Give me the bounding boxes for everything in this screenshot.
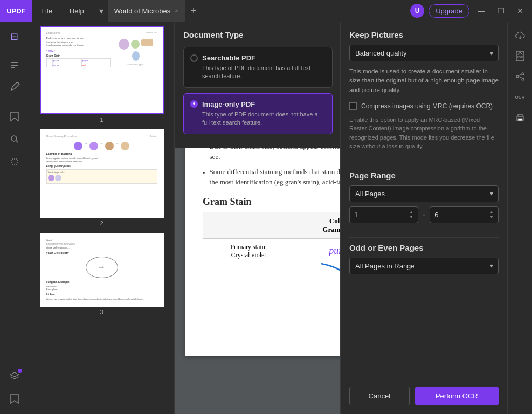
range-start-input[interactable]: 1 ▲ ▼ xyxy=(349,206,418,223)
searchable-pdf-radio[interactable] xyxy=(190,54,198,62)
pdf-export-icon[interactable]: PDF xyxy=(510,46,530,66)
thumbnail-content-2: Gram Staining ProcedureBottom → → → Ex xyxy=(41,130,163,217)
app-logo: UPDF xyxy=(0,0,32,22)
cancel-button[interactable]: Cancel xyxy=(349,387,410,405)
document-area: Chapter End Endosccccccc that accccccc h… xyxy=(175,22,507,414)
thumbnail-frame-3[interactable]: Yeast Saccharomyces cerevisiae single ce… xyxy=(40,233,164,307)
minimize-button[interactable]: — xyxy=(474,3,489,18)
crop-icon[interactable] xyxy=(4,151,25,172)
svg-rect-2 xyxy=(11,67,15,68)
perform-ocr-button[interactable]: Perform OCR xyxy=(415,387,499,405)
range-start-spinners: ▲ ▼ xyxy=(409,210,413,219)
range-end-field[interactable]: 6 xyxy=(434,211,456,219)
searchable-pdf-name: Searchable PDF xyxy=(202,54,255,62)
layers-icon[interactable] xyxy=(4,365,25,387)
maximize-button[interactable]: ❐ xyxy=(493,3,508,18)
right-toolbar: PDF OCR xyxy=(507,22,532,414)
divider1 xyxy=(6,51,23,51)
range-end-input[interactable]: 6 ▲ ▼ xyxy=(430,206,499,223)
page-range-select-wrap: All Pages Current Page Custom Range ▾ xyxy=(349,185,499,202)
thumbnail-item-2: Gram Staining ProcedureBottom → → → Ex xyxy=(33,129,170,226)
close-button[interactable]: ✕ xyxy=(513,3,528,18)
doc-type-title: Document Type xyxy=(183,30,333,39)
tab-title: World of Microbes xyxy=(114,7,171,15)
thumbnail-frame-1[interactable]: EndosporesBottom text Endospores are dor… xyxy=(40,26,164,114)
mrc-checkbox-label: Compress images using MRC (requires OCR) xyxy=(361,101,493,111)
image-only-pdf-desc: This type of PDF document does not have … xyxy=(202,111,326,127)
range-end-down[interactable]: ▼ xyxy=(489,215,494,219)
thumbnail-panel-icon[interactable]: ⊟ xyxy=(4,26,25,47)
mrc-checkbox[interactable] xyxy=(349,102,357,110)
divider3 xyxy=(6,176,23,176)
mrc-description: Enable this option to apply an MRC-based… xyxy=(349,115,499,151)
quality-select-wrap: Balanced quality High quality Low qualit… xyxy=(349,45,499,61)
divider-2 xyxy=(349,237,499,238)
main-area: ⊟ xyxy=(0,22,532,414)
edit-icon[interactable] xyxy=(4,54,25,76)
bullet-dot-2: • xyxy=(203,168,205,188)
quality-select[interactable]: Balanced quality High quality Low qualit… xyxy=(349,45,499,61)
range-dash: - xyxy=(423,210,425,219)
titlebar-right: U Upgrade — ❐ ✕ xyxy=(410,3,532,18)
mrc-checkbox-row: Compress images using MRC (requires OCR) xyxy=(349,101,499,111)
svg-text:PDF: PDF xyxy=(517,55,524,58)
thumbnail-item-1: EndosporesBottom text Endospores are dor… xyxy=(33,26,170,123)
searchable-pdf-option[interactable]: Searchable PDF This type of PDF document… xyxy=(183,47,333,88)
document-tab[interactable]: World of Microbes × xyxy=(108,0,185,22)
thumbnail-page-number-3: 3 xyxy=(100,309,103,315)
quality-description: This mode is used to create a document s… xyxy=(349,67,499,95)
thumbnail-page-number-1: 1 xyxy=(100,116,103,123)
image-only-pdf-option[interactable]: Image-only PDF This type of PDF document… xyxy=(183,93,333,134)
tag-icon[interactable] xyxy=(4,388,25,410)
share-icon[interactable] xyxy=(510,67,530,86)
image-only-pdf-header: Image-only PDF xyxy=(190,100,326,108)
thumbnail-content-1: EndosporesBottom text Endospores are dor… xyxy=(41,27,163,113)
tab-close-button[interactable]: × xyxy=(175,8,178,14)
svg-rect-8 xyxy=(518,119,522,121)
range-start-down[interactable]: ▼ xyxy=(409,215,413,219)
file-menu[interactable]: File xyxy=(32,0,61,22)
range-start-field[interactable]: 1 xyxy=(354,211,376,219)
range-end-spinners: ▲ ▼ xyxy=(489,210,494,219)
tab-arrow[interactable]: ▾ xyxy=(95,6,108,16)
print-icon[interactable] xyxy=(510,108,530,127)
sidebar-bottom xyxy=(4,365,25,410)
ocr-buttons: Cancel Perform OCR xyxy=(349,381,499,405)
thumbnail-item-3: Yeast Saccharomyces cerevisiae single ce… xyxy=(33,233,170,315)
thumbnail-frame-2[interactable]: Gram Staining ProcedureBottom → → → Ex xyxy=(40,129,164,218)
tab-bar: ▾ World of Microbes × + xyxy=(95,0,410,22)
image-only-pdf-radio[interactable] xyxy=(190,100,198,108)
titlebar: UPDF File Help ▾ World of Microbes × + U… xyxy=(0,0,532,22)
gram-col-empty xyxy=(203,212,294,238)
searchable-pdf-desc: This type of PDF document has a full tex… xyxy=(202,64,326,81)
search-icon[interactable] xyxy=(4,128,25,150)
divider-1 xyxy=(349,165,499,165)
page-range-label: Page Range xyxy=(349,171,499,180)
doc-type-panel: Document Type Searchable PDF This type o… xyxy=(175,22,342,148)
svg-rect-1 xyxy=(11,65,18,66)
range-end-up[interactable]: ▲ xyxy=(489,210,494,215)
bookmark-icon[interactable] xyxy=(4,106,25,127)
menu-bar: File Help xyxy=(32,0,93,22)
ocr-icon[interactable]: OCR xyxy=(510,87,530,107)
range-start-up[interactable]: ▲ xyxy=(409,210,413,215)
gram-row-label: Primary stain:Crystal violet xyxy=(203,238,294,264)
page-range-select[interactable]: All Pages Current Page Custom Range xyxy=(349,185,499,202)
svg-rect-0 xyxy=(11,62,18,63)
save-to-cloud-icon[interactable] xyxy=(510,26,530,45)
badge-dot xyxy=(18,369,22,373)
ocr-panel: Keep Pictures Balanced quality High qual… xyxy=(340,22,507,414)
odd-even-label: Odd or Even Pages xyxy=(349,243,499,252)
odd-even-select-wrap: All Pages in Range Odd Pages Only Even P… xyxy=(349,258,499,274)
keep-pictures-label: Keep Pictures xyxy=(349,30,499,39)
thumbnail-content-3: Yeast Saccharomyces cerevisiae single ce… xyxy=(41,234,163,306)
help-menu[interactable]: Help xyxy=(61,0,93,22)
annotate-icon[interactable] xyxy=(4,77,25,99)
divider2 xyxy=(6,102,23,102)
upgrade-button[interactable]: Upgrade xyxy=(429,4,469,18)
image-only-pdf-name: Image-only PDF xyxy=(202,100,255,108)
new-tab-button[interactable]: + xyxy=(185,0,202,22)
odd-even-select[interactable]: All Pages in Range Odd Pages Only Even P… xyxy=(349,258,499,274)
avatar: U xyxy=(410,4,424,18)
page-range-inputs: 1 ▲ ▼ - 6 ▲ ▼ xyxy=(349,206,499,223)
